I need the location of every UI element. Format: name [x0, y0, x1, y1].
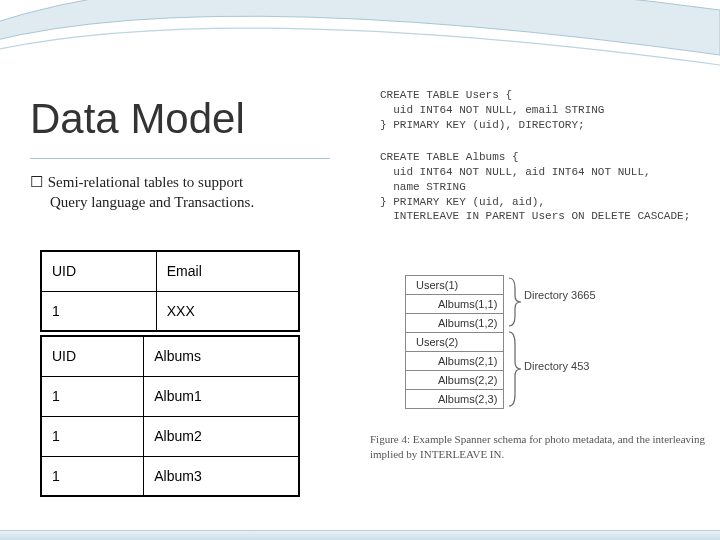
table-row: Albums(2,1) [406, 352, 504, 371]
table-row: Users(1) [406, 276, 504, 295]
table-row: 1 XXX [41, 291, 299, 331]
bullet-text: ☐ Semi-relational tables to support Quer… [30, 172, 254, 213]
table-row: UID Albums [41, 336, 299, 376]
table-row: UID Email [41, 251, 299, 291]
col-albums: Albums [144, 336, 299, 376]
table-row: Albums(1,2) [406, 314, 504, 333]
decorative-swoosh [0, 0, 720, 100]
bullet-line1: Semi-relational tables to support [48, 174, 243, 190]
users-table: UID Email 1 XXX [40, 250, 300, 332]
bullet-line2: Query language and Transactions. [50, 192, 254, 212]
albums-table-wrap: UID Albums 1Album1 1Album2 1Album3 [40, 335, 300, 497]
footer-decoration [0, 530, 720, 540]
sql-create-albums: CREATE TABLE Albums { uid INT64 NOT NULL… [380, 150, 690, 224]
title-underline [30, 158, 330, 159]
col-email: Email [156, 251, 299, 291]
albums-table: UID Albums 1Album1 1Album2 1Album3 [40, 335, 300, 497]
table-row: Users(2) [406, 333, 504, 352]
directory-label-2: Directory 453 [524, 360, 589, 372]
table-row: 1Album1 [41, 376, 299, 416]
directory-label-1: Directory 3665 [524, 289, 596, 301]
table-row: Albums(2,3) [406, 390, 504, 409]
figure-caption: Figure 4: Example Spanner schema for pho… [370, 432, 710, 462]
interleave-structure-table: Users(1) Albums(1,1) Albums(1,2) Users(2… [405, 275, 504, 409]
slide-title: Data Model [30, 95, 245, 143]
col-uid: UID [41, 336, 144, 376]
brace-icon [507, 276, 523, 328]
users-table-wrap: UID Email 1 XXX [40, 250, 300, 332]
table-row: Albums(1,1) [406, 295, 504, 314]
bullet-square-icon: ☐ [30, 173, 42, 190]
table-row: 1Album2 [41, 416, 299, 456]
table-row: Albums(2,2) [406, 371, 504, 390]
table-row: 1Album3 [41, 456, 299, 496]
sql-create-users: CREATE TABLE Users { uid INT64 NOT NULL,… [380, 88, 604, 133]
col-uid: UID [41, 251, 156, 291]
brace-icon [507, 330, 523, 408]
